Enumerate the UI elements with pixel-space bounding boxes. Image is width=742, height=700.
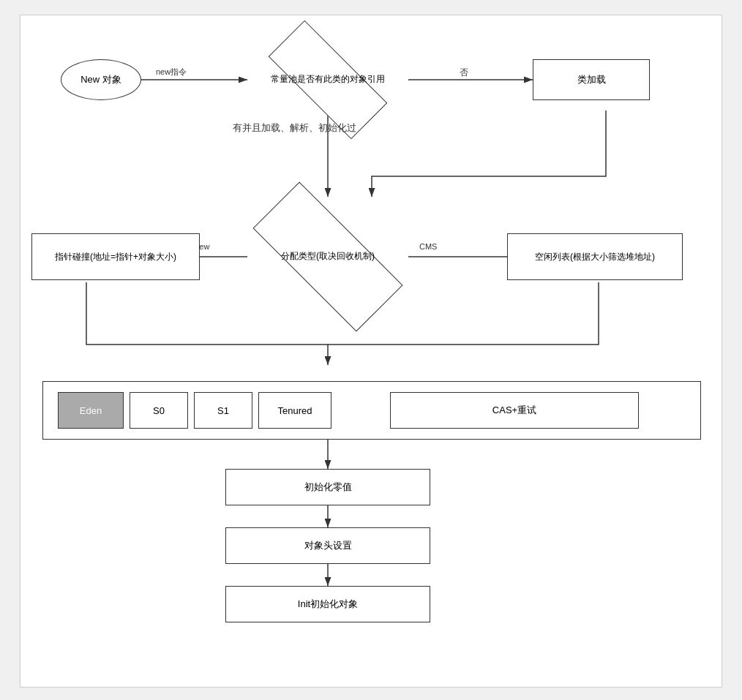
new-cmd-label: new指令	[156, 67, 187, 78]
tenured-tag: Tenured	[258, 392, 331, 429]
alloc-type-diamond: 分配类型(取决回收机制)	[240, 213, 416, 301]
eden-tag: Eden	[58, 392, 124, 429]
s0-tag: S0	[130, 392, 188, 429]
constant-pool-label: 常量池是否有此类的对象引用	[249, 74, 407, 86]
free-list-node: 空闲列表(根据大小筛选堆地址)	[507, 233, 683, 280]
constant-pool-diamond: 常量池是否有此类的对象引用	[247, 50, 408, 109]
bump-pointer-node: 指针碰撞(地址=指针+对象大小)	[31, 233, 200, 280]
has-loaded-label: 有并且加载、解析、初始化过	[233, 121, 356, 135]
class-load-node: 类加载	[533, 59, 650, 100]
set-header-node: 对象头设置	[225, 527, 430, 564]
init-zero-node: 初始化零值	[225, 469, 430, 505]
flowchart-canvas: New 对象 new指令 常量池是否有此类的对象引用 否 类加载 有并且加载、解…	[20, 15, 722, 688]
new-object-node: New 对象	[61, 59, 141, 100]
memory-section-box: Eden S0 S1 Tenured CAS+重试	[42, 381, 701, 440]
cms-label: CMS	[419, 242, 437, 251]
init-obj-node: Init初始化对象	[225, 586, 430, 622]
new-object-label: New 对象	[80, 73, 121, 86]
s1-tag: S1	[194, 392, 252, 429]
no-label: 否	[460, 67, 468, 79]
cas-retry-node: CAS+重试	[390, 392, 639, 429]
alloc-type-label: 分配类型(取决回收机制)	[266, 251, 389, 263]
